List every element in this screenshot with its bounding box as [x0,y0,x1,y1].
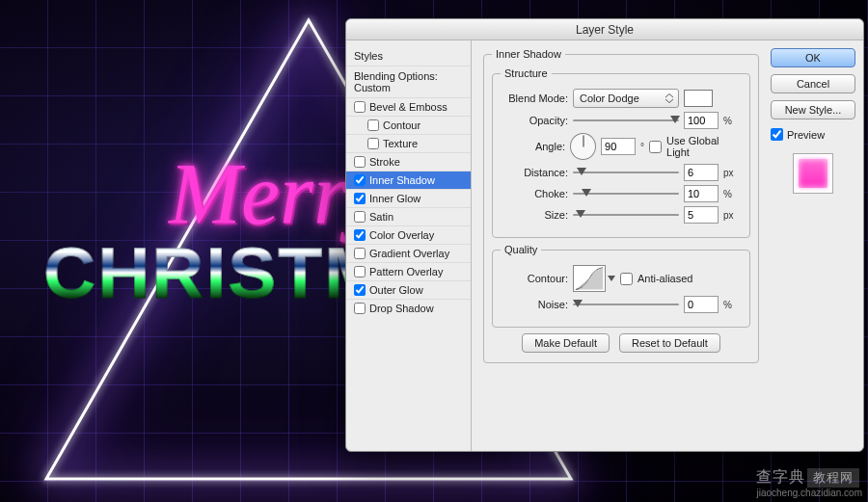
preview-label: Preview [787,129,825,141]
style-item-contour[interactable]: Contour [346,116,471,134]
style-checkbox[interactable] [354,101,366,113]
style-item-gradient-overlay[interactable]: Gradient Overlay [346,244,471,262]
anti-aliased-checkbox[interactable] [620,273,633,285]
use-global-light-label: Use Global Light [666,135,742,158]
cancel-button[interactable]: Cancel [771,74,855,93]
size-slider[interactable] [573,208,679,222]
style-checkbox[interactable] [354,229,366,241]
angle-input[interactable] [601,138,636,155]
distance-label: Distance: [501,167,568,178]
style-checkbox[interactable] [354,303,366,314]
panel-title: Inner Shadow [492,48,565,60]
quality-title: Quality [501,244,541,255]
style-checkbox[interactable] [367,138,379,149]
angle-dial[interactable] [570,133,596,160]
style-item-label: Color Overlay [369,229,434,241]
make-default-button[interactable]: Make Default [522,333,610,353]
noise-input[interactable] [684,296,719,313]
chevron-down-icon [608,276,615,281]
quality-group: Quality Contour: Anti-aliased Noise: [492,244,750,328]
choke-input[interactable] [684,185,719,202]
style-item-label: Outer Glow [369,284,423,296]
styles-list: Styles Blending Options: Custom Bevel & … [346,40,472,451]
style-item-drop-shadow[interactable]: Drop Shadow [346,299,471,317]
unit-percent: % [723,116,732,126]
style-item-label: Inner Shadow [369,174,435,186]
style-checkbox[interactable] [354,193,366,204]
unit-px: px [723,168,734,178]
angle-label: Angle: [501,141,565,152]
style-item-pattern-overlay[interactable]: Pattern Overlay [346,262,471,280]
anti-aliased-label: Anti-aliased [637,273,692,284]
text-christmas: CHRISTM [43,231,387,314]
dialog-buttons: OK Cancel New Style... Preview [769,40,863,451]
style-checkbox[interactable] [354,211,366,223]
style-item-label: Bevel & Emboss [369,101,448,113]
style-item-inner-shadow[interactable]: Inner Shadow [346,171,471,189]
blend-mode-select[interactable]: Color Dodge [573,89,679,108]
style-checkbox[interactable] [367,119,379,131]
inner-shadow-group: Inner Shadow Structure Blend Mode: Color… [483,48,759,363]
contour-picker[interactable] [573,265,606,292]
reset-default-button[interactable]: Reset to Default [619,333,720,353]
style-item-label: Drop Shadow [369,303,434,314]
distance-input[interactable] [684,164,719,181]
unit-degree: ° [640,142,644,152]
style-item-label: Inner Glow [369,193,420,204]
choke-slider[interactable] [573,187,679,200]
style-item-label: Contour [383,119,420,131]
watermark: 查字典教程网 jiaocheng.chazidian.com [756,467,862,498]
preview-swatch [793,153,833,194]
blend-mode-label: Blend Mode: [501,92,568,104]
style-item-bevel-emboss[interactable]: Bevel & Emboss [346,97,471,116]
style-item-label: Stroke [369,156,400,168]
style-item-label: Satin [369,211,393,223]
style-item-outer-glow[interactable]: Outer Glow [346,280,471,299]
effect-settings: Inner Shadow Structure Blend Mode: Color… [472,40,769,451]
style-item-stroke[interactable]: Stroke [346,152,471,171]
style-checkbox[interactable] [354,156,366,168]
style-item-label: Pattern Overlay [369,266,443,277]
dialog-title: Layer Style [346,19,863,40]
style-checkbox[interactable] [354,248,366,259]
contour-label: Contour: [501,273,568,284]
style-item-inner-glow[interactable]: Inner Glow [346,189,471,207]
structure-group: Structure Blend Mode: Color Dodge Opacit… [492,67,750,238]
choke-label: Choke: [501,188,568,199]
size-input[interactable] [684,206,719,224]
new-style-button[interactable]: New Style... [771,100,855,119]
structure-title: Structure [501,67,552,79]
style-item-color-overlay[interactable]: Color Overlay [346,225,471,244]
styles-header[interactable]: Styles [346,46,471,66]
style-checkbox[interactable] [354,174,366,186]
layer-style-dialog: Layer Style Styles Blending Options: Cus… [345,18,864,452]
noise-label: Noise: [501,299,568,310]
ok-button[interactable]: OK [771,48,855,67]
style-item-label: Texture [383,138,418,149]
preview-checkbox[interactable] [771,128,783,141]
shadow-color-swatch[interactable] [684,90,713,107]
unit-px: px [723,210,734,221]
use-global-light-checkbox[interactable] [649,141,662,153]
unit-percent: % [723,300,732,310]
blending-options[interactable]: Blending Options: Custom [346,66,471,97]
style-checkbox[interactable] [354,266,366,277]
opacity-input[interactable] [684,112,719,129]
size-label: Size: [501,209,568,221]
style-item-satin[interactable]: Satin [346,207,471,225]
style-item-label: Gradient Overlay [369,248,449,259]
noise-slider[interactable] [573,298,679,311]
style-checkbox[interactable] [354,284,366,296]
style-item-texture[interactable]: Texture [346,134,471,152]
distance-slider[interactable] [573,166,679,179]
opacity-label: Opacity: [501,115,568,126]
opacity-slider[interactable] [573,114,679,127]
unit-percent: % [723,189,732,199]
